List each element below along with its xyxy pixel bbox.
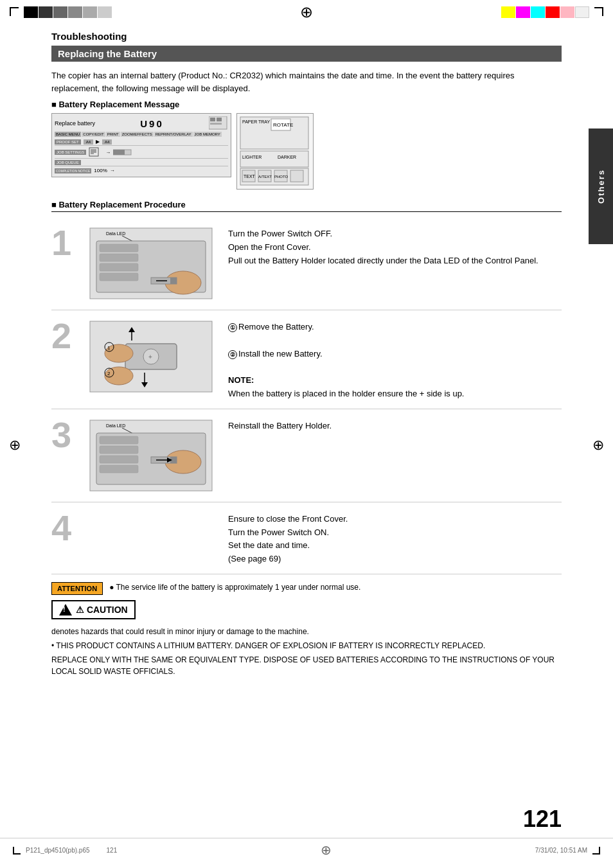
step2-num-img: 2 + 1 [51,318,215,395]
lcd-container: Replace battery U90 BASIC MENU COPY/EDIT… [51,113,562,190]
left-color-bars [24,6,112,18]
footer-crosshair: ⊕ [321,842,332,858]
footer-left: P121_dp4510(pb).p65 121 [13,846,117,855]
step-row-4: 4 Ensure to close the Front Cover. Turn … [51,502,562,574]
caution-line1: denotes hazards that could result in min… [51,626,562,637]
step1-line1: Turn the Power Switch OFF. [228,229,332,238]
lcd-row-job: JOB SETTINGS → [55,146,228,159]
color-swatch-yellow [501,6,515,18]
caution-line2: • THIS PRODUCT CONTAINS A LITHIUM BATTER… [51,640,562,651]
lcd-paper-icon [89,147,103,157]
lcd-btn-proof: PROOF SET [55,139,81,145]
main-content: Troubleshooting Replacing the Battery Th… [0,24,613,690]
step4-line2: Turn the Power Switch ON. [228,527,329,537]
step2-note-text: When the battery is placed in the holder… [228,387,562,401]
step2-image: + 1 2 [87,318,215,395]
attention-badge: ATTENTION [51,582,103,595]
footer-page-num: 121 [107,847,118,854]
svg-text:PHOTO: PHOTO [274,175,289,179]
svg-rect-59 [100,465,138,473]
tab-reprint: REPRINT/OVERLAY [154,132,193,137]
step2-install: ②Install the new Battery. [228,348,562,361]
step4-num-area: 4 [51,510,215,546]
svg-rect-1 [210,118,215,121]
svg-text:+: + [148,353,152,360]
right-color-bars [501,6,589,18]
color-swatch-black [24,6,38,18]
color-swatch-gray2 [53,6,67,18]
svg-rect-3 [210,123,222,125]
svg-rect-58 [100,456,138,463]
color-swatch-pink [560,6,574,18]
footer-right: 7/31/02, 10:51 AM [535,846,600,855]
attention-text: ● The service life of the battery is app… [109,582,360,593]
attention-row: ATTENTION ● The service life of the batt… [51,582,562,595]
step3-text: Reinstall the Battery Holder. [228,417,562,433]
color-swatch-gray4 [83,6,97,18]
lcd-val-a4: A4 [84,139,93,145]
step1-num-img: 1 Data LED [51,225,215,302]
lcd-btn-job: JOB SETTINGS [55,150,86,155]
svg-text:Data LED: Data LED [106,231,125,236]
step1-svg: Data LED [87,225,215,302]
lcd-menu-rows: PROOF SET A4 ▶ A4 JOB SETTINGS [55,138,228,174]
color-swatch-cyan [531,6,545,18]
step1-image: Data LED [87,225,215,302]
lcd-row-completion: COMPLETION NOTICE 100% → [55,167,228,174]
footer: P121_dp4510(pb).p65 121 ⊕ 7/31/02, 10:51… [0,838,613,862]
svg-rect-30 [100,244,138,252]
caution-title: ⚠ CAUTION [76,605,128,615]
lcd-row-proof: PROOF SET A4 ▶ A4 [55,138,228,146]
lcd-arrow-right2: → [110,168,115,173]
lcd-row-queue: JOB QUEUE [55,159,228,166]
svg-rect-56 [100,436,138,444]
lcd-btn-queue: JOB QUEUE [55,160,81,165]
procedure-header: ■ Battery Replacement Procedure [51,200,562,212]
tab-copy: COPY/EDIT [82,132,105,137]
tab-zoom: ZOOM/EFFECTS [121,132,154,137]
lcd-code: U90 [140,118,164,129]
svg-text:Data LED: Data LED [106,423,125,428]
circle-2: ② [228,350,237,359]
lcd-status-icon [209,116,228,130]
svg-text:DARKER: DARKER [278,155,296,159]
lcd-panel: Replace battery U90 BASIC MENU COPY/EDIT… [51,113,231,177]
lcd-replace-text: Replace battery [55,120,95,127]
lcd-btn-completion: COMPLETION NOTICE [55,168,91,173]
status-panel: PAPER TRAY 4 ROTATE LIGHTER DARKER TEXT … [236,113,314,190]
color-swatch-red [546,6,560,18]
caution-section: ⚠ CAUTION denotes hazards that could res… [51,600,562,677]
bottom-right-corner [591,846,600,855]
svg-rect-10 [113,150,125,155]
step4-line4: (See page 69) [228,554,281,563]
top-right-area [501,6,603,18]
tab-job: JOB MEMORY [193,132,222,137]
color-swatch-white [575,6,589,18]
top-registration: ⊕ [0,0,613,24]
lcd-bar-icon [113,147,132,157]
svg-text:2: 2 [107,371,111,376]
step1-line2: Open the Front Cover. [228,242,311,252]
step2-remove: ①Remove the Battery. [228,321,562,334]
step-number-3: 3 [51,417,87,453]
top-right-corner-mark [593,7,603,17]
step3-num-img: 3 Data LED [51,417,215,494]
footer-date: 7/31/02, 10:51 AM [535,847,587,854]
step-number-1: 1 [51,225,87,261]
step2-note-label: NOTE: [228,374,562,387]
top-left-corner-mark [10,7,20,17]
step-row-3: 3 Data LED [51,409,562,502]
step2-text: ①Remove the Battery. ②Install the new Ba… [228,318,562,401]
caution-line3: REPLACE ONLY WITH THE SAME OR EQUIVALENT… [51,654,562,677]
step1-text: Turn the Power Switch OFF. Open the Fron… [228,225,562,267]
color-swatch-gray1 [39,6,53,18]
svg-text:TEXT: TEXT [244,174,256,179]
caution-box: ⚠ CAUTION [51,600,136,619]
svg-text:ROTATE: ROTATE [273,122,293,128]
svg-rect-57 [100,446,138,454]
lcd-tabs: BASIC MENU COPY/EDIT PRINT ZOOM/EFFECTS … [55,132,228,137]
step-number-2: 2 [51,318,87,354]
section-header: Replacing the Battery [51,46,562,62]
step4-line3: Set the date and time. [228,540,310,550]
circle-1: ① [228,323,237,332]
